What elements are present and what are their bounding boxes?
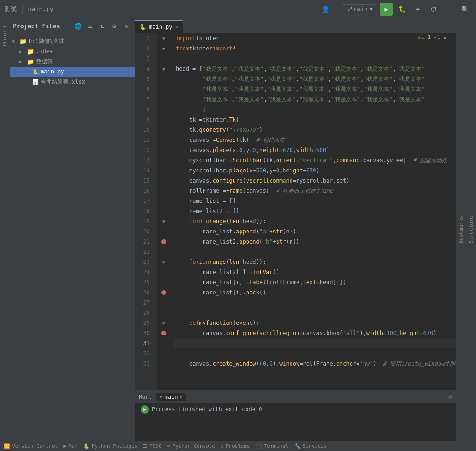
bottom-tab-main[interactable]: ▶ main ✕ xyxy=(156,393,186,401)
code-line[interactable]: "我是文本", "我是文本", "我是文本", "我是文本", "我是文本", … xyxy=(174,94,456,104)
gutter-row: ▼ xyxy=(157,43,170,54)
code-line[interactable]: canvas.configure(yscrollcommand=myscroll… xyxy=(174,176,456,186)
code-line[interactable] xyxy=(174,247,456,257)
settings-sidebar-icon[interactable]: ⚙ xyxy=(109,21,120,32)
code-line[interactable]: "我是文本", "我是文本", "我是文本", "我是文本", "我是文本", … xyxy=(174,84,456,94)
status-python-console[interactable]: ⌨ Python Console xyxy=(167,443,215,449)
code-line[interactable]: canvas = Canvas(tk) # 创建画布 xyxy=(174,135,456,145)
code-line[interactable]: head = ["我是文本", "我是文本", "我是文本", "我是文本", … xyxy=(174,64,456,74)
code-line[interactable]: canvas.create_window((0, 0), window=roll… xyxy=(174,359,456,369)
code-line[interactable]: for i in range(len(head)): xyxy=(174,257,456,267)
tree-item-mainpy[interactable]: 🐍 main.py xyxy=(10,67,135,77)
status-run[interactable]: ▶ Run xyxy=(63,443,78,449)
gutter-row xyxy=(157,247,170,257)
code-line[interactable] xyxy=(174,298,456,308)
status-todo[interactable]: ☰ TODO xyxy=(143,443,162,449)
code-line[interactable]: import tkinter xyxy=(174,33,456,43)
tree-root[interactable]: ▼ 📁 D:\随笔\测试 xyxy=(10,36,135,46)
tree-item-label: main.py xyxy=(41,68,64,75)
code-line[interactable]: myscrollbar.place(x=500, y=0, height=670… xyxy=(174,165,456,176)
line-number: 22 xyxy=(135,247,154,257)
gutter-row xyxy=(157,74,170,84)
tree-item-xlsx[interactable]: 📊 合并结果表.xlsx xyxy=(10,77,135,87)
code-line[interactable]: canvas.place(x=0, y=0, height=670, width… xyxy=(174,145,456,155)
tab-mainpy[interactable]: 🐍 main.py ✕ xyxy=(135,20,183,33)
project-label[interactable]: Project xyxy=(1,23,9,48)
code-line[interactable]: name_list2[i] = IntVar() xyxy=(174,267,456,277)
tree-item-datasource[interactable]: ▶ 📁 数据源 xyxy=(10,56,135,67)
gutter-row xyxy=(157,226,170,237)
line-number: 19 xyxy=(135,216,154,226)
code-line[interactable]: rollFrame = Frame(canvas) # 在画布上创建frame xyxy=(174,186,456,196)
minimize-icon[interactable]: — xyxy=(443,3,456,16)
bottom-content: ▶ Process finished with exit code 0 xyxy=(135,403,456,441)
branch-button[interactable]: ⎇ main ▼ xyxy=(342,4,377,14)
tab-close-icon[interactable]: ✕ xyxy=(175,24,179,30)
code-line[interactable]: name_list[i] = Label(rollFrame, text=hea… xyxy=(174,277,456,287)
debug-icon[interactable]: 🐛 xyxy=(396,3,408,16)
breakpoint-icon[interactable] xyxy=(161,331,166,335)
code-line[interactable] xyxy=(174,348,456,359)
status-python-packages[interactable]: 🐍 Python Packages xyxy=(83,443,137,449)
breakpoint-icon[interactable] xyxy=(161,239,166,244)
add-icon[interactable]: 🌐 xyxy=(73,21,84,32)
status-services[interactable]: 🔧 Services xyxy=(294,443,327,449)
code-line[interactable] xyxy=(174,338,456,348)
status-problems[interactable]: ⚠ Problems xyxy=(221,443,250,449)
run-play-button[interactable]: ▶ xyxy=(141,405,149,414)
close-sidebar-icon[interactable]: ✕ xyxy=(121,21,132,32)
code-line[interactable]: "我是文本", "我是文本", "我是文本", "我是文本", "我是文本", … xyxy=(174,74,456,84)
bottom-tab-close-icon[interactable]: ✕ xyxy=(179,394,182,399)
code-line[interactable]: ] xyxy=(174,104,456,115)
code-line[interactable]: name_list.append("a" + str(n)) xyxy=(174,226,456,237)
code-line[interactable] xyxy=(174,308,456,318)
line-number: 32 xyxy=(135,348,154,359)
line-number: 8 xyxy=(135,104,154,115)
sort-icon[interactable]: ≡ xyxy=(85,21,96,32)
fold-icon[interactable]: ▼ xyxy=(162,219,165,224)
app-title: 测试 xyxy=(5,5,17,13)
code-line[interactable]: from tkinter import * xyxy=(174,43,456,54)
code-line[interactable]: def myfunction(event): xyxy=(174,318,456,328)
expand-icon[interactable]: ⇅ xyxy=(97,21,108,32)
tab-run-icon: ▶ xyxy=(160,394,163,400)
warning-area: ⚠ ⚠ 1 ✕ 1 ▲ xyxy=(418,34,446,40)
code-line[interactable]: name_list = [] xyxy=(174,196,456,206)
status-terminal[interactable]: ⬛ Terminal xyxy=(256,443,289,449)
code-line[interactable]: tk.geometry("770x670") xyxy=(174,125,456,135)
error-badge: ✕ 1 xyxy=(433,34,440,40)
code-line[interactable]: tk = tkinter.Tk() xyxy=(174,115,456,125)
gutter-row xyxy=(157,176,170,186)
fold-icon[interactable]: ▼ xyxy=(162,321,165,326)
line-number: 33 xyxy=(135,359,154,369)
fold-icon[interactable]: ▼ xyxy=(162,36,165,41)
search-icon[interactable]: 🔍 xyxy=(458,3,471,16)
tree-arrow: ▶ xyxy=(19,49,25,54)
fold-icon[interactable]: ▼ xyxy=(162,260,165,265)
tree-item-idea[interactable]: ▶ 📁 .idea xyxy=(10,46,135,56)
code-line[interactable]: name_list2.append("b" + str(n)) xyxy=(174,237,456,247)
fold-icon[interactable]: ▼ xyxy=(162,46,165,51)
fold-icon[interactable]: ▼ xyxy=(162,67,165,72)
breakpoint-icon[interactable] xyxy=(161,290,166,295)
profile-icon[interactable]: 👤 xyxy=(319,3,332,16)
gutter-row xyxy=(157,338,170,348)
branch-name: main xyxy=(354,6,368,12)
code-line[interactable]: name_list2 = [] xyxy=(174,206,456,216)
code-line[interactable]: myscrollbar = Scrollbar(tk, orient="vert… xyxy=(174,155,456,165)
code-line[interactable]: for n in range(len(head)): xyxy=(174,216,456,226)
structure-label[interactable]: Structure xyxy=(468,216,474,244)
status-version-control[interactable]: 🔀 Version Control xyxy=(4,443,58,449)
sidebar: Project Files 🌐 ≡ ⇅ ⚙ ✕ ▼ 📁 D:\随笔\测试 ▶ 📁… xyxy=(10,18,135,441)
profile-run-icon[interactable]: ⏱ xyxy=(427,3,440,16)
code-line[interactable]: canvas.configure(scrollregion=canvas.bbo… xyxy=(174,328,456,338)
problems-label: Problems xyxy=(226,443,250,449)
code-line[interactable]: name_list[i].pack() xyxy=(174,287,456,298)
folder-icon: 📁 xyxy=(27,48,34,55)
code-area[interactable]: import tkinterfrom tkinter import *head … xyxy=(170,33,456,390)
bottom-settings-icon[interactable]: ⚙ xyxy=(448,393,452,400)
code-line[interactable] xyxy=(174,54,456,64)
bookmarks-label[interactable]: Bookmarks xyxy=(458,216,464,244)
coverage-icon[interactable]: ☂ xyxy=(411,3,424,16)
run-button[interactable]: ▶ xyxy=(380,3,393,16)
